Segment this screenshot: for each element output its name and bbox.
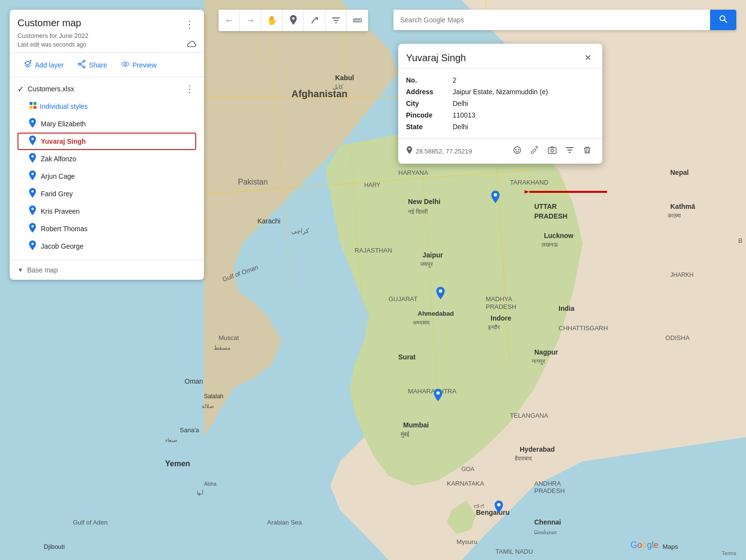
svg-text:TELANGANA: TELANGANA	[510, 412, 548, 419]
customer-list: Mary Elizabeth Yuvaraj Singh Zak Alfonzo	[17, 115, 196, 255]
svg-text:HARY: HARY	[364, 182, 380, 188]
svg-text:TARAKHAND: TARAKHAND	[510, 179, 548, 186]
svg-text:Jaipur: Jaipur	[423, 251, 443, 259]
svg-text:HARYANA: HARYANA	[398, 169, 428, 176]
svg-line-79	[725, 20, 727, 23]
add-layer-button[interactable]: + Add layer	[17, 57, 69, 73]
map-pin-bengaluru[interactable]	[493, 500, 505, 516]
ruler-button[interactable]	[347, 10, 368, 31]
map-pin-mumbai[interactable]	[432, 389, 444, 404]
customer-item-zak[interactable]: Zak Alfonzo	[17, 150, 196, 168]
add-pin-button[interactable]	[283, 10, 304, 31]
svg-text:Nepal: Nepal	[670, 169, 689, 176]
svg-text:ಬೆಂಗ: ಬೆಂಗ	[474, 504, 485, 510]
popup-value-2: Delhi	[453, 100, 468, 107]
popup-filter-button[interactable]	[562, 144, 577, 159]
pin-icon-arjun	[29, 170, 36, 182]
popup-close-button[interactable]: ✕	[581, 51, 594, 64]
customer-name-1: Yuvaraj Singh	[41, 137, 86, 145]
svg-text:کابل: کابل	[333, 84, 343, 90]
customer-item-robert[interactable]: Robert Thomas	[17, 220, 196, 238]
popup-photo-button[interactable]	[545, 144, 560, 159]
customer-name-3: Arjun Cage	[41, 172, 75, 180]
svg-text:کراچی: کراچی	[291, 227, 309, 235]
add-layer-icon: +	[23, 60, 32, 70]
svg-text:इन्दौर: इन्दौर	[488, 324, 500, 331]
add-layer-label: Add layer	[35, 61, 64, 69]
svg-text:Lucknow: Lucknow	[544, 232, 574, 239]
svg-point-94	[497, 503, 501, 507]
popup-edit-button[interactable]	[527, 144, 542, 159]
svg-point-98	[518, 149, 520, 151]
search-button[interactable]	[710, 10, 736, 30]
popup-row-2: City Delhi	[406, 98, 594, 109]
svg-text:صلالة: صلالة	[202, 403, 214, 409]
svg-text:GOA: GOA	[461, 466, 475, 473]
svg-text:Ahmedabad: Ahmedabad	[418, 310, 454, 317]
svg-text:Arabian Sea: Arabian Sea	[267, 519, 302, 526]
customer-item-arjun[interactable]: Arjun Cage	[17, 168, 196, 185]
search-input[interactable]	[393, 10, 710, 30]
svg-text:Sana'a: Sana'a	[180, 426, 200, 434]
undo-button[interactable]: ←	[219, 10, 240, 31]
popup-label-4: State	[406, 123, 445, 131]
pin-icon-kris	[29, 205, 36, 217]
redo-button[interactable]: →	[240, 10, 261, 31]
pin-icon-farid	[29, 188, 36, 200]
popup-row-3: Pincode 110013	[406, 109, 594, 121]
terms-link[interactable]: Terms	[722, 550, 736, 556]
base-map-label: Base map	[27, 266, 58, 274]
base-map-section[interactable]: ▼ Base map	[10, 260, 204, 280]
svg-text:UTTAR: UTTAR	[534, 203, 557, 210]
svg-rect-73	[354, 19, 361, 22]
svg-point-82	[83, 66, 85, 68]
filter-button[interactable]	[325, 10, 347, 31]
popup-style-button[interactable]	[510, 144, 525, 159]
map-pin-delhi[interactable]	[490, 190, 501, 206]
svg-rect-88	[34, 102, 36, 105]
svg-rect-89	[30, 106, 33, 109]
svg-text:Yemen: Yemen	[165, 459, 190, 468]
popup-coords-text: 28.58852, 77.25219	[416, 148, 472, 155]
popup-value-3: 110013	[453, 111, 475, 119]
svg-text:Kabul: Kabul	[335, 74, 354, 82]
customer-item-farid[interactable]: Farid Grey	[17, 185, 196, 203]
pan-button[interactable]: ✋	[261, 10, 283, 31]
share-button[interactable]: Share	[71, 57, 113, 73]
customer-name-5: Kris Praveen	[41, 207, 80, 215]
svg-point-83	[78, 63, 80, 65]
customer-item-kris[interactable]: Kris Praveen	[17, 203, 196, 220]
pin-icon-robert	[29, 223, 36, 235]
share-label: Share	[89, 61, 107, 69]
customer-name-6: Robert Thomas	[41, 225, 87, 233]
popup-value-1: Jaipur Estate, Nizammuddin (e)	[453, 88, 548, 96]
lasso-button[interactable]	[304, 10, 325, 31]
svg-text:Djibouti: Djibouti	[44, 543, 65, 550]
svg-text:ODISHA: ODISHA	[665, 334, 690, 341]
map-pin-ahmedabad[interactable]	[435, 287, 446, 302]
svg-text:RAJASTHAN: RAJASTHAN	[355, 247, 392, 254]
svg-point-97	[515, 149, 517, 151]
svg-text:Mumbai: Mumbai	[403, 421, 429, 429]
layer-checkbox[interactable]: ✓	[17, 85, 24, 94]
individual-styles-text: Individual styles	[40, 102, 88, 110]
preview-button[interactable]: Preview	[115, 57, 163, 73]
individual-styles-link[interactable]: Individual styles	[17, 100, 196, 113]
popup-delete-button[interactable]	[580, 144, 594, 159]
popup-value-4: Delhi	[453, 123, 468, 131]
cloud-save-icon	[186, 40, 196, 49]
svg-text:Oman: Oman	[185, 377, 203, 385]
customer-item-jacob[interactable]: Jacob George	[17, 238, 196, 255]
svg-text:KARNATAKA: KARNATAKA	[447, 480, 484, 487]
svg-text:हैदराबाद: हैदराबाद	[514, 455, 532, 462]
map-subtitle: Customers for June 2022	[17, 32, 196, 39]
svg-text:Gulf of Aden: Gulf of Aden	[73, 519, 108, 526]
customer-item-mary[interactable]: Mary Elizabeth	[17, 115, 196, 133]
more-options-icon[interactable]: ⋮	[183, 17, 196, 31]
layer-more-icon[interactable]: ⋮	[183, 82, 196, 96]
svg-point-86	[124, 63, 126, 66]
customer-item-yuvaraj[interactable]: Yuvaraj Singh	[17, 133, 196, 150]
pin-icon-yuvaraj	[29, 136, 36, 147]
svg-text:ANDHRA: ANDHRA	[534, 480, 561, 487]
customer-name-4: Farid Grey	[41, 190, 73, 198]
